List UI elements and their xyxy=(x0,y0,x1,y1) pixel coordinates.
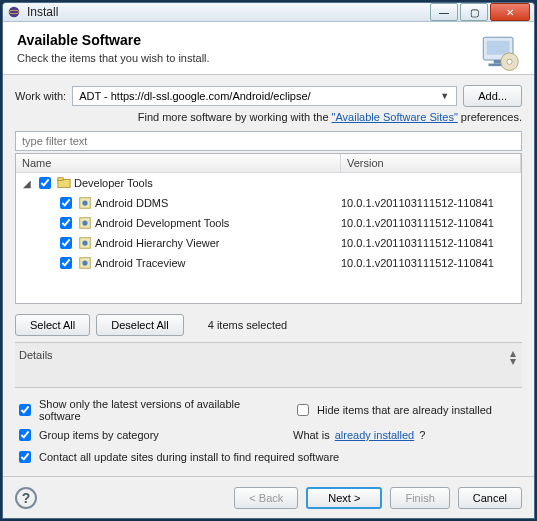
details-label: Details xyxy=(19,349,53,361)
option-latest[interactable]: Show only the latest versions of availab… xyxy=(15,398,265,422)
column-version[interactable]: Version xyxy=(341,154,521,172)
svg-point-7 xyxy=(507,59,512,64)
feature-icon xyxy=(78,196,92,210)
item-label: Android Development Tools xyxy=(95,217,229,229)
svg-point-0 xyxy=(9,7,20,18)
already-installed-hint: What is already installed? xyxy=(293,426,425,444)
feature-icon xyxy=(78,236,92,250)
feature-icon xyxy=(78,256,92,270)
tree-group-row[interactable]: ◢ Developer Tools xyxy=(16,173,521,193)
selection-status: 4 items selected xyxy=(208,319,287,331)
add-site-button[interactable]: Add... xyxy=(463,85,522,107)
tree-item-row[interactable]: Android Development Tools 10.0.1.v201103… xyxy=(16,213,521,233)
item-label: Android Hierarchy Viewer xyxy=(95,237,220,249)
group-label: Developer Tools xyxy=(74,177,153,189)
item-version: 10.0.1.v201103111512-110841 xyxy=(341,217,521,229)
feature-icon xyxy=(78,216,92,230)
item-version: 10.0.1.v201103111512-110841 xyxy=(341,237,521,249)
details-panel: Details ▴▾ xyxy=(15,342,522,388)
help-button[interactable]: ? xyxy=(15,487,37,509)
item-label: Android Traceview xyxy=(95,257,186,269)
close-button[interactable]: ✕ xyxy=(490,3,530,21)
deselect-all-button[interactable]: Deselect All xyxy=(96,314,183,336)
item-checkbox[interactable] xyxy=(60,237,72,249)
install-icon xyxy=(478,32,520,74)
minimize-button[interactable]: — xyxy=(430,3,458,21)
available-sites-link[interactable]: "Available Software Sites" xyxy=(332,111,458,123)
expand-icon[interactable]: ◢ xyxy=(22,178,32,188)
already-installed-link[interactable]: already installed xyxy=(335,429,415,441)
wizard-header: Available Software Check the items that … xyxy=(3,22,534,75)
group-checkbox[interactable] xyxy=(39,177,51,189)
option-contact-sites[interactable]: Contact all update sites during install … xyxy=(15,448,522,466)
svg-point-15 xyxy=(82,240,87,245)
workwith-label: Work with: xyxy=(15,90,66,102)
column-name[interactable]: Name xyxy=(16,154,341,172)
next-button[interactable]: Next > xyxy=(306,487,382,509)
sites-hint: Find more software by working with the "… xyxy=(15,111,522,123)
svg-point-13 xyxy=(82,220,87,225)
select-all-button[interactable]: Select All xyxy=(15,314,90,336)
item-checkbox[interactable] xyxy=(60,257,72,269)
svg-rect-9 xyxy=(58,178,63,181)
back-button[interactable]: < Back xyxy=(234,487,298,509)
item-checkbox[interactable] xyxy=(60,217,72,229)
svg-rect-3 xyxy=(487,41,510,55)
option-group[interactable]: Group items by category xyxy=(15,426,265,444)
item-version: 10.0.1.v201103111512-110841 xyxy=(341,257,521,269)
window-title: Install xyxy=(27,5,430,19)
item-version: 10.0.1.v201103111512-110841 xyxy=(341,197,521,209)
workwith-combo[interactable]: ▼ xyxy=(72,86,457,106)
maximize-button[interactable]: ▢ xyxy=(460,3,488,21)
item-label: Android DDMS xyxy=(95,197,168,209)
page-subtitle: Check the items that you wish to install… xyxy=(17,52,520,64)
workwith-input[interactable] xyxy=(77,89,437,103)
chevron-down-icon[interactable]: ▼ xyxy=(437,91,452,101)
option-hide-installed[interactable]: Hide items that are already installed xyxy=(293,398,492,422)
eclipse-icon xyxy=(7,5,21,19)
item-checkbox[interactable] xyxy=(60,197,72,209)
category-icon xyxy=(57,176,71,190)
tree-item-row[interactable]: Android Hierarchy Viewer 10.0.1.v2011031… xyxy=(16,233,521,253)
tree-item-row[interactable]: Android Traceview 10.0.1.v201103111512-1… xyxy=(16,253,521,273)
expand-details-icon[interactable]: ▴▾ xyxy=(510,349,516,365)
svg-point-17 xyxy=(82,260,87,265)
svg-point-11 xyxy=(82,200,87,205)
tree-item-row[interactable]: Android DDMS 10.0.1.v201103111512-110841 xyxy=(16,193,521,213)
titlebar[interactable]: Install — ▢ ✕ xyxy=(3,3,534,22)
filter-input[interactable] xyxy=(15,131,522,151)
cancel-button[interactable]: Cancel xyxy=(458,487,522,509)
page-title: Available Software xyxy=(17,32,520,48)
finish-button[interactable]: Finish xyxy=(390,487,449,509)
software-tree: Name Version ◢ Developer Tools xyxy=(15,153,522,304)
